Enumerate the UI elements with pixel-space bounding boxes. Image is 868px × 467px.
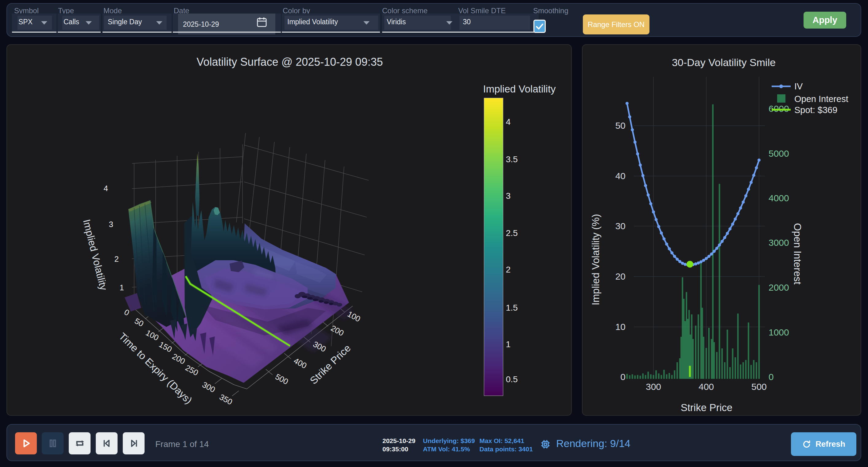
svg-text:1000: 1000 (769, 327, 789, 337)
svg-text:0: 0 (769, 372, 774, 382)
svg-text:300: 300 (646, 382, 661, 392)
svg-text:Strike Price: Strike Price (681, 402, 733, 413)
svg-text:1: 1 (120, 283, 124, 292)
svg-text:500: 500 (751, 382, 767, 392)
svg-text:40: 40 (615, 171, 625, 181)
svg-text:150: 150 (157, 340, 174, 354)
svg-text:350: 350 (218, 392, 234, 407)
svg-text:0: 0 (123, 307, 131, 317)
svg-text:2000: 2000 (769, 282, 789, 292)
svg-text:30-Day Volatility Smile: 30-Day Volatility Smile (672, 57, 776, 68)
svg-text:20: 20 (615, 271, 625, 282)
svg-text:1: 1 (506, 340, 511, 349)
svg-text:0: 0 (620, 372, 625, 382)
svg-text:3: 3 (506, 191, 511, 201)
svg-text:30: 30 (615, 221, 625, 231)
svg-text:10: 10 (615, 322, 625, 332)
svg-text:100: 100 (144, 328, 160, 343)
svg-text:Open Interest: Open Interest (794, 94, 848, 104)
svg-text:500: 500 (274, 372, 290, 386)
svg-text:400: 400 (699, 382, 714, 392)
svg-text:Open Interest: Open Interest (792, 223, 803, 285)
svg-text:5000: 5000 (769, 148, 789, 158)
svg-text:0.5: 0.5 (506, 375, 518, 384)
svg-text:2: 2 (115, 254, 119, 264)
svg-text:3.5: 3.5 (506, 154, 518, 164)
svg-text:IV: IV (794, 81, 803, 91)
svg-text:6000: 6000 (769, 104, 789, 114)
svg-text:Volatility Surface @ 2025-10-2: Volatility Surface @ 2025-10-29 09:35 (197, 56, 383, 68)
svg-text:50: 50 (615, 120, 625, 130)
svg-text:4000: 4000 (769, 193, 789, 203)
svg-text:250: 250 (184, 363, 200, 378)
svg-text:Implied Volatility: Implied Volatility (81, 218, 110, 292)
svg-text:3000: 3000 (769, 237, 789, 247)
svg-text:Implied Volatility: Implied Volatility (483, 83, 556, 95)
svg-text:1.5: 1.5 (506, 303, 518, 313)
svg-text:50: 50 (133, 316, 145, 328)
svg-text:2: 2 (506, 265, 511, 274)
svg-text:3: 3 (109, 220, 113, 229)
svg-text:4: 4 (506, 117, 511, 126)
svg-text:Spot: $369: Spot: $369 (794, 105, 837, 115)
svg-text:300: 300 (201, 380, 217, 395)
svg-text:Implied Volatility (%): Implied Volatility (%) (590, 214, 601, 305)
svg-text:4: 4 (104, 184, 108, 193)
svg-text:400: 400 (292, 356, 308, 371)
svg-text:2.5: 2.5 (506, 228, 518, 238)
